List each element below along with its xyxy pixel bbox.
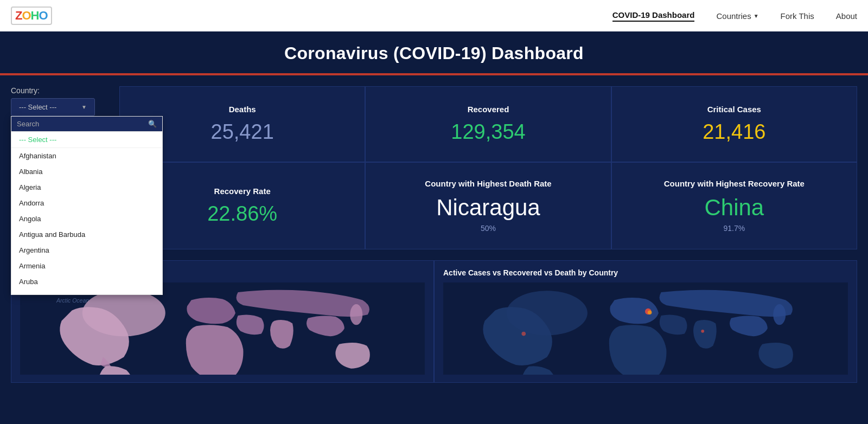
countries-dropdown-arrow: ▼ xyxy=(754,13,759,19)
navbar: ZOHO COVID-19 Dashboard Countries ▼ Fork… xyxy=(0,0,868,31)
list-item[interactable]: Algeria xyxy=(11,179,162,195)
stats-area: Deaths 25,421 Recovered 129,354 Critical… xyxy=(119,86,857,249)
highest-recovery-card: Country with Highest Recovery Rate China… xyxy=(611,162,857,249)
svg-point-10 xyxy=(521,332,526,336)
active-cases-chart: Active Cases vs Recovered vs Death by Co… xyxy=(434,260,857,383)
list-item[interactable]: Aruba xyxy=(11,274,162,290)
confirmed-cases-map: Arctic Ocean xyxy=(20,282,425,375)
svg-point-9 xyxy=(701,330,704,333)
selector-area: Country: --- Select --- ▼ 🔍 --- Select -… xyxy=(11,86,119,116)
svg-point-6 xyxy=(773,304,786,325)
highest-death-label: Country with Highest Death Rate xyxy=(425,179,551,188)
search-box: 🔍 xyxy=(11,117,162,132)
nav-about[interactable]: About xyxy=(836,11,857,21)
active-cases-title: Active Cases vs Recovered vs Death by Co… xyxy=(443,268,848,277)
recovery-rate-value: 22.86% xyxy=(207,202,277,226)
recovered-card: Recovered 129,354 xyxy=(365,86,611,162)
list-item[interactable]: Afghanistan xyxy=(11,148,162,164)
highest-recovery-label: Country with Highest Recovery Rate xyxy=(664,179,805,188)
highest-death-card: Country with Highest Death Rate Nicaragu… xyxy=(365,162,611,249)
highest-recovery-country: China xyxy=(704,195,764,221)
svg-point-3 xyxy=(350,304,362,325)
stats-row-1: Deaths 25,421 Recovered 129,354 Critical… xyxy=(119,86,857,162)
country-dropdown-panel: 🔍 --- Select --- Afghanistan Albania Alg… xyxy=(11,116,163,295)
deaths-value: 25,421 xyxy=(211,120,274,144)
select-arrow-icon: ▼ xyxy=(81,104,87,110)
search-icon: 🔍 xyxy=(148,120,157,128)
list-item[interactable]: Angola xyxy=(11,211,162,227)
critical-card: Critical Cases 21,416 xyxy=(611,86,857,162)
list-item[interactable]: Armenia xyxy=(11,258,162,274)
highest-death-country: Nicaragua xyxy=(436,195,540,221)
country-select-button[interactable]: --- Select --- ▼ xyxy=(11,98,95,116)
page-title: Coronavirus (COVID-19) Dashboard xyxy=(0,43,868,63)
header-banner: Coronavirus (COVID-19) Dashboard xyxy=(0,31,868,75)
nav-dashboard[interactable]: COVID-19 Dashboard xyxy=(612,10,695,22)
country-selector-wrapper: --- Select --- ▼ 🔍 --- Select --- Afghan… xyxy=(11,98,95,116)
nav-links: COVID-19 Dashboard Countries ▼ Fork This… xyxy=(612,10,857,22)
right-map-svg xyxy=(443,282,848,375)
zoho-logo: ZOHO xyxy=(11,7,52,25)
active-cases-map xyxy=(443,282,848,375)
recovery-rate-label: Recovery Rate xyxy=(214,187,271,196)
critical-label: Critical Cases xyxy=(707,105,761,114)
recovered-value: 129,354 xyxy=(451,120,525,144)
dropdown-select-option[interactable]: --- Select --- xyxy=(11,132,162,148)
stats-row-2: Recovery Rate 22.86% Country with Highes… xyxy=(119,162,857,249)
list-item[interactable]: Albania xyxy=(11,164,162,179)
nav-countries[interactable]: Countries ▼ xyxy=(716,11,758,21)
svg-point-5 xyxy=(507,291,588,335)
country-search-input[interactable] xyxy=(17,120,148,128)
list-item[interactable]: Australia xyxy=(11,290,162,294)
highest-death-rate: 50% xyxy=(481,224,496,233)
highest-recovery-rate: 91.7% xyxy=(723,224,745,233)
svg-text:Arctic Ocean: Arctic Ocean xyxy=(56,297,89,304)
top-area: Country: --- Select --- ▼ 🔍 --- Select -… xyxy=(11,86,857,249)
left-map-svg: Arctic Ocean xyxy=(20,282,425,375)
svg-point-8 xyxy=(648,311,652,315)
list-item[interactable]: Andorra xyxy=(11,195,162,211)
logo: ZOHO xyxy=(11,7,52,25)
critical-value: 21,416 xyxy=(703,120,765,144)
main-content: Country: --- Select --- ▼ 🔍 --- Select -… xyxy=(0,75,868,383)
country-dropdown-list[interactable]: --- Select --- Afghanistan Albania Alger… xyxy=(11,132,162,294)
deaths-label: Deaths xyxy=(229,105,256,114)
list-item[interactable]: Antigua and Barbuda xyxy=(11,227,162,242)
list-item[interactable]: Argentina xyxy=(11,242,162,258)
nav-fork[interactable]: Fork This xyxy=(781,11,814,21)
country-label: Country: xyxy=(11,86,119,95)
recovered-label: Recovered xyxy=(468,105,509,114)
select-placeholder: --- Select --- xyxy=(19,103,56,111)
